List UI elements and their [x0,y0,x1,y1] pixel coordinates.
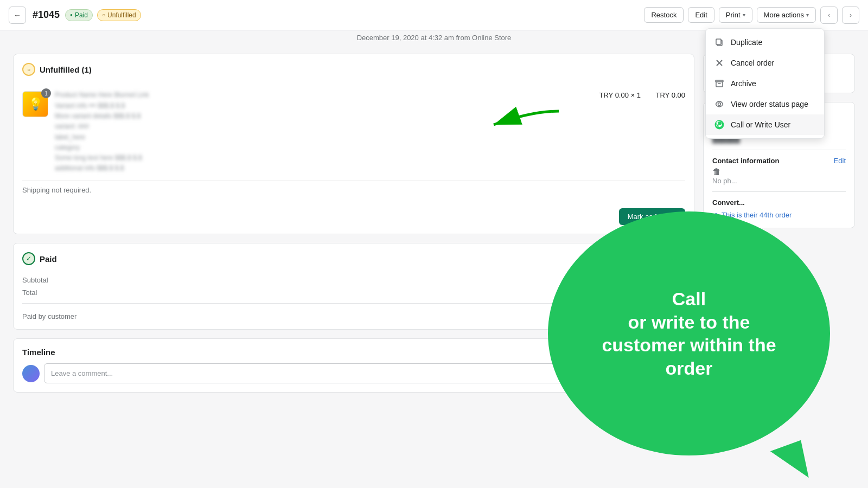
product-total-price: TRY 0.00 [647,91,685,99]
duplicate-label: Duplicate [731,38,762,47]
restock-label: Restock [651,11,676,19]
subtotal-label: Subtotal [22,276,48,284]
speech-bubble-container: Call or write to the customer within the… [515,201,863,483]
back-button[interactable]: ← [9,7,26,24]
unfulfilled-title: Unfulfilled (1) [40,65,92,74]
print-button[interactable]: Print ▾ [719,7,752,23]
more-actions-dropdown: Duplicate Cancel order Archive View [705,28,825,139]
total-label: Total [22,288,37,297]
speech-bubble: Call or write to the customer within the… [548,211,830,455]
edit-button[interactable]: Edit [688,7,714,23]
copy-icon [714,37,724,47]
eye-icon [714,99,724,109]
back-icon: ← [14,11,21,20]
unfulfilled-icon: ○ [22,63,35,76]
dropdown-item-archive[interactable]: Archive [706,73,824,94]
order-number: #1045 [33,9,60,21]
top-bar: ← #1045 Paid Unfulfilled Restock Edit Pr… [0,0,868,30]
whatsapp-icon [714,120,724,130]
more-actions-label: More actions [764,11,804,19]
svg-point-5 [718,103,721,106]
product-name: Product Name Here Blurred Link [55,91,593,99]
print-label: Print [726,11,741,19]
paid-badge: Paid [65,9,93,21]
green-arrow [477,106,564,144]
prev-order-button[interactable]: ‹ [820,7,838,24]
more-actions-caret: ▾ [806,12,809,18]
call-write-label: Call or Write User [731,120,790,129]
next-icon: › [850,11,852,19]
contact-row: Contact information Edit [712,157,846,165]
unfulfilled-header: ○ Unfulfilled (1) [22,63,685,76]
dropdown-item-cancel[interactable]: Cancel order [706,53,824,73]
paid-icon: ✓ [22,252,35,265]
speech-bubble-text: Call or write to the customer within the… [575,260,803,407]
dropdown-item-view-status[interactable]: View order status page [706,94,824,114]
dropdown-item-duplicate[interactable]: Duplicate [706,32,824,53]
dropdown-item-call-write[interactable]: Call or Write User [706,114,824,135]
product-image: 💡 1 [22,91,48,117]
svg-rect-1 [716,39,721,44]
archive-label: Archive [731,79,756,88]
more-actions-button[interactable]: More actions ▾ [757,7,816,23]
archive-icon [714,79,724,88]
contact-delete-icon[interactable]: 🗑 [712,167,721,176]
speech-bubble-tail [770,440,814,487]
next-order-button[interactable]: › [842,7,859,24]
print-caret: ▾ [743,12,745,18]
paid-title: Paid [40,254,57,264]
prev-icon: ‹ [828,11,830,19]
contact-title: Contact information [712,157,780,165]
view-status-label: View order status page [731,100,808,108]
no-phone-text: No ph... [712,177,846,185]
edit-label: Edit [695,11,707,19]
cancel-label: Cancel order [731,59,774,67]
quantity-badge: 1 [41,88,51,98]
contact-edit-link[interactable]: Edit [834,157,846,165]
timeline-title: Timeline [22,348,55,357]
product-unit-price: TRY 0.00 × 1 [599,91,641,99]
user-avatar [22,365,40,382]
restock-button[interactable]: Restock [644,7,684,23]
comment-placeholder: Leave a comment... [51,369,113,377]
x-icon [714,58,724,68]
unfulfilled-badge: Unfulfilled [97,9,141,21]
contact-section: Contact information Edit 🗑 No ph... [712,150,846,185]
product-row: 💡 1 Product Name Here Blurred Link Varia… [22,85,685,180]
subtitle-text: December 19, 2020 at 4:32 am from Online… [357,34,512,42]
top-bar-actions: Restock Edit Print ▾ More actions ▾ ‹ › [644,7,859,24]
shipping-note: Shipping not required. [22,180,685,200]
